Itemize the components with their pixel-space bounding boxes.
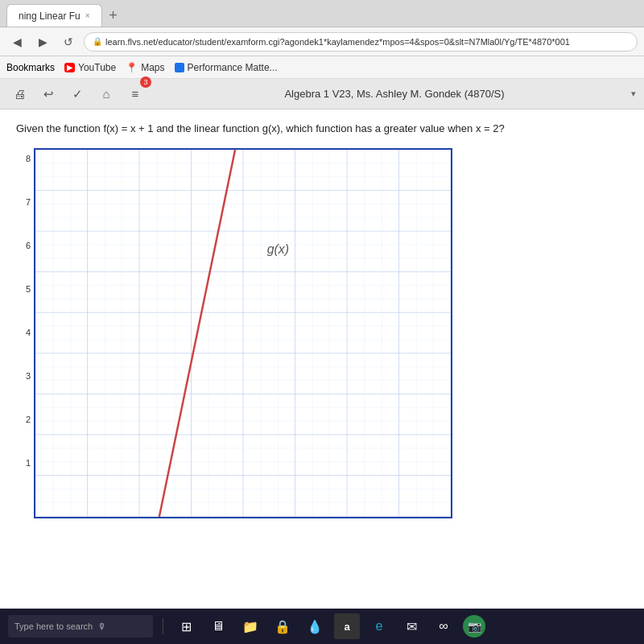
back-button[interactable]: ◀ — [6, 31, 27, 52]
reload-button[interactable]: ↺ — [58, 31, 79, 52]
search-placeholder: Type here to search — [14, 621, 93, 631]
performance-icon — [175, 63, 184, 72]
bookmark-performance[interactable]: Performance Matte... — [175, 62, 278, 73]
taskbar-lock-icon[interactable]: 🔒 — [270, 613, 295, 639]
taskbar-folder-icon[interactable]: 📁 — [237, 613, 263, 639]
forward-button[interactable]: ▶ — [32, 31, 53, 52]
taskbar-camera-icon[interactable]: 📷 — [463, 615, 485, 638]
course-title: Algebra 1 V23, Ms. Ashley M. Gondek (487… — [164, 88, 625, 100]
toolbar: 🖨 ↩ ✓ ⌂ ≡ 3 Algebra 1 V23, Ms. Ashley M.… — [0, 79, 644, 109]
active-tab[interactable]: ning Linear Fu × — [6, 4, 102, 27]
taskbar-dropbox-icon[interactable]: 💧 — [302, 613, 328, 639]
y-label-1: 1 — [16, 459, 31, 468]
gx-label: g(x) — [267, 242, 289, 255]
bookmark-youtube[interactable]: ▶ YouTube — [64, 62, 116, 73]
graph-container: g(x) — [34, 148, 452, 518]
main-content: Given the function f(x) = x + 1 and the … — [0, 109, 644, 618]
address-box[interactable]: 🔒 learn.flvs.net/educator/student/examfo… — [84, 32, 638, 52]
y-label-7: 7 — [16, 198, 31, 207]
y-label-3: 3 — [16, 372, 31, 381]
taskbar-separator — [163, 618, 163, 634]
windows-taskbar: Type here to search 🎙 ⊞ 🖥 📁 🔒 💧 a e ✉ ∞ … — [0, 609, 644, 644]
taskbar-monitor-icon[interactable]: 🖥 — [205, 613, 231, 639]
maps-pin-icon: 📍 — [126, 62, 138, 73]
taskbar-a-icon[interactable]: a — [334, 613, 360, 639]
y-label-4: 4 — [16, 328, 31, 337]
graph-svg: g(x) — [35, 150, 451, 517]
bookmark-maps[interactable]: 📍 Maps — [126, 62, 164, 73]
home-icon[interactable]: ⌂ — [95, 83, 118, 105]
new-tab-button[interactable]: + — [102, 4, 125, 27]
y-label-2: 2 — [16, 415, 31, 424]
tab-bar: ning Linear Fu × + — [0, 0, 644, 27]
question-text: Given the function f(x) = x + 1 and the … — [16, 121, 628, 137]
back-icon[interactable]: ↩ — [37, 83, 60, 105]
microphone-icon: 🎙 — [97, 621, 106, 631]
youtube-label: YouTube — [78, 62, 116, 73]
maps-label: Maps — [141, 62, 164, 73]
tab-label: ning Linear Fu — [19, 10, 80, 22]
taskbar-windows-icon[interactable]: ⊞ — [173, 613, 199, 639]
y-label-6: 6 — [16, 242, 31, 250]
youtube-icon: ▶ — [64, 63, 75, 72]
taskbar-infinity-icon[interactable]: ∞ — [431, 613, 456, 639]
bookmarks-bar: Bookmarks ▶ YouTube 📍 Maps Performance M… — [0, 56, 644, 79]
tab-close-button[interactable]: × — [85, 11, 90, 20]
check-icon[interactable]: ✓ — [66, 83, 89, 105]
performance-label: Performance Matte... — [188, 62, 278, 73]
lock-icon: 🔒 — [93, 37, 102, 46]
y-label-5: 5 — [16, 285, 31, 294]
y-label-8: 8 — [16, 155, 31, 163]
browser-window: ning Linear Fu × + ◀ ▶ ↺ 🔒 learn.flvs.ne… — [0, 0, 644, 644]
notification-badge: 3 — [140, 76, 151, 88]
taskbar-mail-icon[interactable]: ✉ — [398, 613, 424, 639]
taskbar-edge-icon[interactable]: e — [366, 613, 392, 639]
bookmarks-label: Bookmarks — [6, 62, 55, 73]
address-bar-row: ◀ ▶ ↺ 🔒 learn.flvs.net/educator/student/… — [0, 27, 644, 56]
address-text: learn.flvs.net/educator/student/examform… — [105, 37, 570, 47]
taskbar-search-box[interactable]: Type here to search 🎙 — [8, 615, 153, 638]
print-icon[interactable]: 🖨 — [8, 83, 31, 105]
course-dropdown-arrow[interactable]: ▾ — [631, 89, 636, 99]
